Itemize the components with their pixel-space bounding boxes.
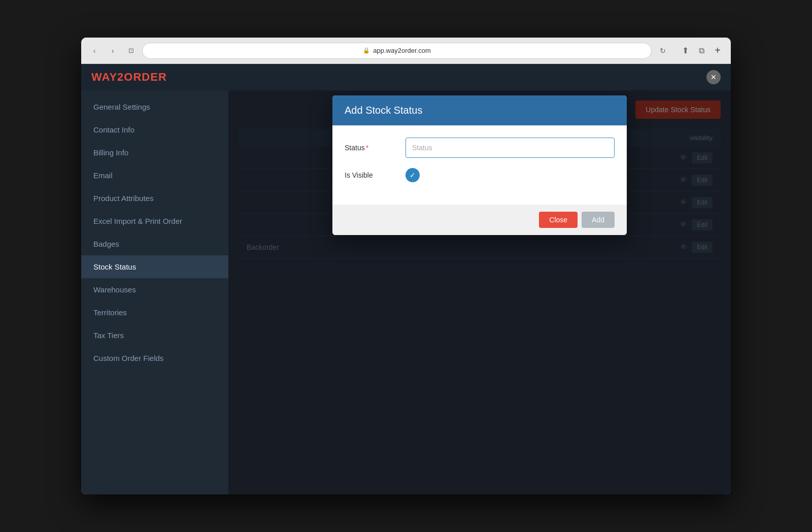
browser-window: ‹ › ⊡ 🔒 app.way2order.com ↻ ⬆ ⧉ + WAY2OR… bbox=[81, 38, 731, 494]
is-visible-form-group: Is Visible ✓ bbox=[345, 168, 615, 182]
tabs-button[interactable]: ⧉ bbox=[694, 44, 708, 58]
sidebar-item-badges[interactable]: Badges bbox=[81, 232, 228, 255]
add-stock-status-modal: Add Stock Status Status* bbox=[332, 95, 627, 235]
reload-button[interactable]: ↻ bbox=[656, 44, 670, 58]
sidebar-item-custom-order-fields[interactable]: Custom Order Fields bbox=[81, 347, 228, 370]
logo-text3: ORDER bbox=[124, 71, 166, 83]
sidebar-item-stock-status[interactable]: Stock Status bbox=[81, 255, 228, 278]
sidebar-item-general-settings[interactable]: General Settings bbox=[81, 95, 228, 118]
is-visible-checkbox[interactable]: ✓ bbox=[405, 168, 420, 182]
modal-header: Add Stock Status bbox=[332, 95, 627, 125]
browser-toolbar: ‹ › ⊡ 🔒 app.way2order.com ↻ ⬆ ⧉ + bbox=[81, 38, 731, 64]
status-form-group: Status* bbox=[345, 138, 615, 158]
sidebar: General Settings Contact Info Billing In… bbox=[81, 90, 228, 494]
status-label: Status* bbox=[345, 144, 405, 152]
app-body: General Settings Contact Info Billing In… bbox=[81, 90, 731, 494]
sidebar-item-tax-tiers[interactable]: Tax Tiers bbox=[81, 324, 228, 347]
logo-text1: WAY bbox=[91, 71, 117, 83]
required-star: * bbox=[366, 144, 368, 152]
app-close-button[interactable]: ✕ bbox=[706, 70, 721, 84]
modal-title: Add Stock Status bbox=[345, 105, 422, 116]
app-logo: WAY2ORDER bbox=[91, 71, 167, 84]
url-text: app.way2order.com bbox=[373, 47, 430, 54]
is-visible-label: Is Visible bbox=[345, 171, 405, 179]
modal-body: Status* Is Visible ✓ bbox=[332, 125, 627, 205]
sidebar-item-email[interactable]: Email bbox=[81, 164, 228, 187]
modal-add-button[interactable]: Add bbox=[582, 212, 615, 228]
sidebar-item-billing-info[interactable]: Billing Info bbox=[81, 141, 228, 164]
app-header: WAY2ORDER ✕ bbox=[81, 64, 731, 90]
browser-actions: ⬆ ⧉ + bbox=[678, 44, 725, 58]
main-inner: Update Stock Status visibility 👁 Edit bbox=[228, 90, 731, 494]
sidebar-item-excel-import[interactable]: Excel Import & Print Order bbox=[81, 210, 228, 232]
sidebar-item-territories[interactable]: Territories bbox=[81, 301, 228, 324]
forward-button[interactable]: › bbox=[106, 44, 120, 58]
lock-icon: 🔒 bbox=[363, 47, 370, 54]
sidebar-item-warehouses[interactable]: Warehouses bbox=[81, 278, 228, 301]
status-input[interactable] bbox=[405, 138, 615, 158]
back-button[interactable]: ‹ bbox=[87, 44, 101, 58]
modal-overlay: Add Stock Status Status* bbox=[228, 90, 731, 494]
modal-close-button[interactable]: Close bbox=[539, 212, 578, 228]
address-bar: 🔒 app.way2order.com bbox=[142, 43, 652, 59]
tab-overview-button[interactable]: ⊡ bbox=[124, 44, 138, 58]
logo-number: 2 bbox=[117, 71, 124, 83]
main-content: Update Stock Status visibility 👁 Edit bbox=[228, 90, 731, 494]
app-container: WAY2ORDER ✕ General Settings Contact Inf… bbox=[81, 64, 731, 494]
share-button[interactable]: ⬆ bbox=[678, 44, 692, 58]
sidebar-item-product-attributes[interactable]: Product Attributes bbox=[81, 187, 228, 210]
modal-footer: Close Add bbox=[332, 205, 627, 235]
sidebar-item-contact-info[interactable]: Contact Info bbox=[81, 118, 228, 141]
new-tab-button[interactable]: + bbox=[710, 44, 725, 58]
